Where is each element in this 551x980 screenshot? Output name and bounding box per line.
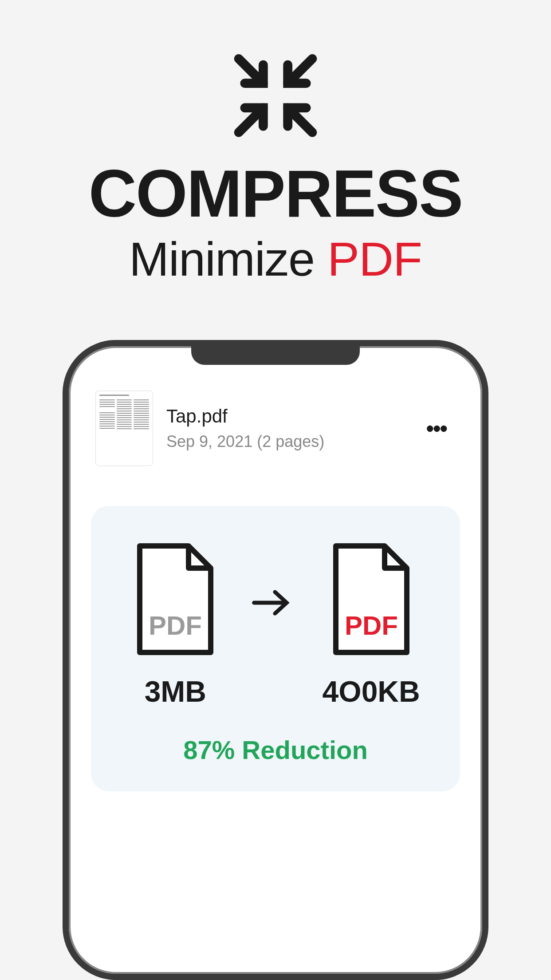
size-after: 4O0KB [323,675,420,708]
size-before: 3MB [145,675,206,708]
reduction-text: 87% Reduction [118,735,433,765]
file-name: Tap.pdf [166,406,413,427]
file-row[interactable]: Tap.pdf Sep 9, 2021 (2 pages) ••• [91,391,460,466]
pdf-after: PDF 4O0KB [323,541,420,708]
compress-icon [222,44,329,147]
more-icon[interactable]: ••• [426,415,456,441]
pdf-file-icon-before: PDF [131,541,220,657]
pdf-file-icon-after: PDF [327,541,416,657]
page-subtitle: Minimize PDF [129,231,422,287]
arrow-right-icon [247,578,295,627]
pdf-before: PDF 3MB [131,541,220,708]
svg-text:PDF: PDF [345,611,398,640]
page-title: COMPRESS [89,160,462,227]
phone-notch [191,346,360,365]
file-thumbnail [95,391,153,466]
svg-text:PDF: PDF [149,611,202,640]
file-meta: Sep 9, 2021 (2 pages) [166,432,413,451]
phone-frame: Tap.pdf Sep 9, 2021 (2 pages) ••• PDF [63,340,488,980]
compression-card: PDF 3MB [91,506,460,791]
